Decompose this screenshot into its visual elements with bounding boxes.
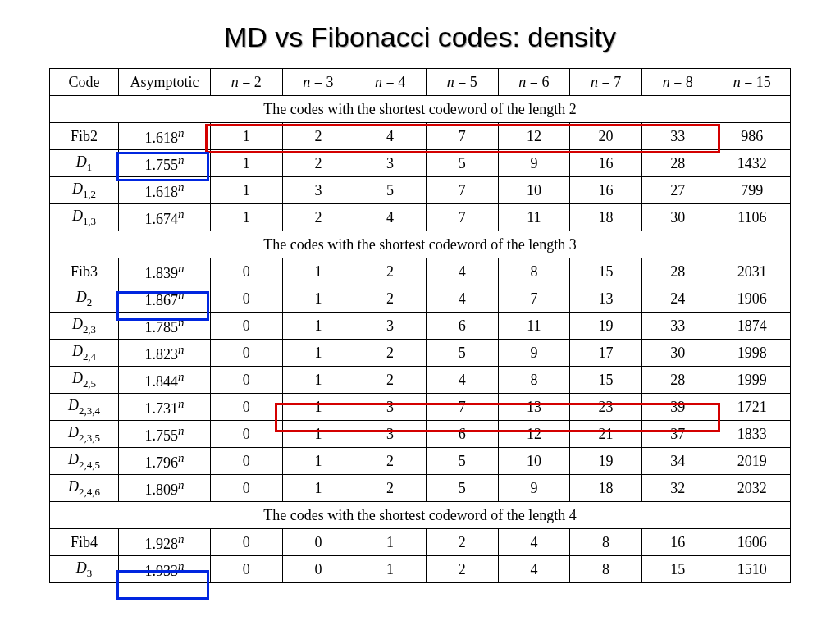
asym-cell: 1.618n	[118, 177, 210, 204]
val-cell: 2	[354, 448, 427, 475]
val-cell: 5	[426, 150, 498, 177]
section-3: The codes with the shortest codeword of …	[50, 231, 791, 258]
val-cell: 18	[570, 204, 642, 231]
val-cell: 1	[210, 123, 282, 150]
code-cell: D2,4	[50, 340, 119, 367]
val-cell: 2	[282, 150, 354, 177]
val-cell: 1721	[714, 394, 790, 421]
val-cell: 3	[354, 150, 427, 177]
val-cell: 24	[641, 285, 714, 313]
val-cell: 1510	[714, 556, 790, 583]
code-cell: D2	[50, 285, 119, 313]
val-cell: 1432	[714, 150, 790, 177]
val-cell: 0	[282, 556, 354, 583]
val-cell: 6	[426, 421, 498, 448]
val-cell: 1	[282, 421, 354, 448]
col-code: Code	[50, 69, 119, 96]
table-row: D2,4,6 1.809n 0125918322032	[50, 475, 791, 502]
col-n15: n = 15	[714, 69, 790, 96]
val-cell: 15	[570, 258, 642, 285]
val-cell: 0	[210, 529, 282, 556]
val-cell: 1	[282, 367, 354, 394]
asym-cell: 1.618n	[118, 123, 210, 150]
val-cell: 10	[498, 177, 570, 204]
val-cell: 0	[210, 448, 282, 475]
val-cell: 30	[641, 340, 714, 367]
val-cell: 6	[426, 313, 498, 340]
val-cell: 1	[354, 529, 427, 556]
val-cell: 19	[570, 313, 642, 340]
col-n8: n = 8	[641, 69, 714, 96]
val-cell: 1	[210, 150, 282, 177]
asym-cell: 1.928n	[118, 529, 210, 556]
val-cell: 27	[641, 177, 714, 204]
val-cell: 986	[714, 123, 790, 150]
val-cell: 1906	[714, 285, 790, 313]
val-cell: 0	[210, 421, 282, 448]
val-cell: 1	[282, 394, 354, 421]
val-cell: 1	[282, 313, 354, 340]
table-row: D1,2 1.618n 1357101627799	[50, 177, 791, 204]
code-cell: D1	[50, 150, 119, 177]
val-cell: 7	[426, 123, 498, 150]
val-cell: 0	[210, 394, 282, 421]
val-cell: 16	[570, 150, 642, 177]
section-2: The codes with the shortest codeword of …	[50, 96, 791, 123]
code-cell: D2,4,6	[50, 475, 119, 502]
val-cell: 5	[426, 475, 498, 502]
asym-cell: 1.785n	[118, 313, 210, 340]
val-cell: 4	[426, 258, 498, 285]
val-cell: 1	[210, 177, 282, 204]
val-cell: 1874	[714, 313, 790, 340]
density-table: Code Asymptotic n = 2 n = 3 n = 4 n = 5 …	[49, 68, 791, 583]
val-cell: 39	[641, 394, 714, 421]
asym-cell: 1.839n	[118, 258, 210, 285]
table-row: D2,4,5 1.796n 01251019342019	[50, 448, 791, 475]
val-cell: 2	[354, 340, 427, 367]
val-cell: 2019	[714, 448, 790, 475]
col-n7: n = 7	[570, 69, 642, 96]
val-cell: 0	[210, 556, 282, 583]
val-cell: 1	[282, 448, 354, 475]
val-cell: 3	[354, 421, 427, 448]
val-cell: 11	[498, 204, 570, 231]
asym-cell: 1.755n	[118, 421, 210, 448]
code-cell: D2,3,4	[50, 394, 119, 421]
val-cell: 1	[354, 556, 427, 583]
val-cell: 2	[282, 204, 354, 231]
val-cell: 28	[641, 258, 714, 285]
val-cell: 2	[354, 367, 427, 394]
val-cell: 1	[282, 340, 354, 367]
asym-cell: 1.796n	[118, 448, 210, 475]
val-cell: 2032	[714, 475, 790, 502]
col-n4: n = 4	[354, 69, 427, 96]
val-cell: 18	[570, 475, 642, 502]
asym-cell: 1.844n	[118, 367, 210, 394]
val-cell: 30	[641, 204, 714, 231]
val-cell: 28	[641, 150, 714, 177]
val-cell: 34	[641, 448, 714, 475]
code-cell: D1,3	[50, 204, 119, 231]
table-row: D1 1.755n 1235916281432	[50, 150, 791, 177]
val-cell: 16	[641, 529, 714, 556]
asym-cell: 1.809n	[118, 475, 210, 502]
val-cell: 23	[570, 394, 642, 421]
val-cell: 1606	[714, 529, 790, 556]
val-cell: 17	[570, 340, 642, 367]
val-cell: 7	[498, 285, 570, 313]
val-cell: 0	[210, 367, 282, 394]
val-cell: 1	[210, 204, 282, 231]
val-cell: 2	[282, 123, 354, 150]
val-cell: 4	[498, 556, 570, 583]
asym-cell: 1.823n	[118, 340, 210, 367]
val-cell: 2	[426, 556, 498, 583]
table-row: D2,5 1.844n 0124815281999	[50, 367, 791, 394]
val-cell: 8	[498, 367, 570, 394]
val-cell: 9	[498, 150, 570, 177]
val-cell: 8	[570, 556, 642, 583]
code-cell: Fib3	[50, 258, 119, 285]
val-cell: 15	[641, 556, 714, 583]
page-title: MD vs Fibonacci codes: density	[49, 21, 791, 53]
val-cell: 4	[426, 285, 498, 313]
val-cell: 1	[282, 258, 354, 285]
